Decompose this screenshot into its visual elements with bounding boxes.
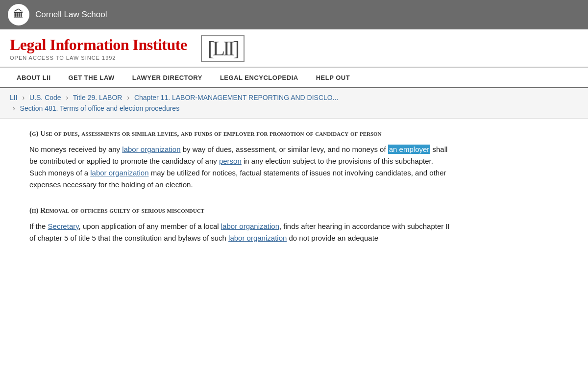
breadcrumb-section481[interactable]: Section 481. Terms of office and electio… xyxy=(20,104,180,112)
link-labor-org-3[interactable]: labor organization xyxy=(221,222,279,230)
breadcrumb-lii[interactable]: LII xyxy=(10,94,18,101)
section-g-heading: (g) Use of dues, assessments or similar … xyxy=(29,128,451,139)
breadcrumb-uscode[interactable]: U.S. Code xyxy=(29,94,61,101)
nav-about-lii[interactable]: ABOUT LII xyxy=(8,68,60,87)
breadcrumb: LII › U.S. Code › Title 29. LABOR › Chap… xyxy=(0,88,588,119)
nav-help-out[interactable]: HELP OUT xyxy=(307,68,359,87)
cornell-seal-icon: 🏛 xyxy=(8,4,29,25)
breadcrumb-sep-2: › xyxy=(66,94,69,101)
section-g-body: No moneys received by any labor organiza… xyxy=(29,144,451,191)
section-g: (g) Use of dues, assessments or similar … xyxy=(29,128,451,191)
breadcrumb-title29[interactable]: Title 29. LABOR xyxy=(73,94,122,101)
breadcrumb-sep-4: › xyxy=(13,104,15,112)
lii-title-block: Legal Information Institute OPEN ACCESS … xyxy=(10,36,187,60)
link-person[interactable]: person xyxy=(219,157,242,165)
lii-title: Legal Information Institute xyxy=(10,36,187,53)
cornell-school-name: Cornell Law School xyxy=(35,10,107,20)
link-labor-org-2[interactable]: labor organization xyxy=(90,169,148,177)
section-h-heading: (h) Removal of officers guilty of seriou… xyxy=(29,205,451,216)
main-content: (g) Use of dues, assessments or similar … xyxy=(0,119,470,271)
nav-legal-encyclopedia[interactable]: LEGAL ENCYCLOPEDIA xyxy=(211,68,307,87)
breadcrumb-sep-3: › xyxy=(127,94,129,101)
nav-get-the-law[interactable]: GET THE LAW xyxy=(60,68,123,87)
link-secretary[interactable]: Secretary xyxy=(48,222,79,230)
lii-subtitle: OPEN ACCESS TO LAW SINCE 1992 xyxy=(10,55,187,61)
nav-lawyer-directory[interactable]: LAWYER DIRECTORY xyxy=(123,68,211,87)
lii-logo: [LII] xyxy=(201,35,245,62)
section-h-body: If the Secretary, upon application of an… xyxy=(29,221,451,244)
lii-header: Legal Information Institute OPEN ACCESS … xyxy=(0,29,588,68)
section-h: (h) Removal of officers guilty of seriou… xyxy=(29,205,451,244)
cornell-header-bar: 🏛 Cornell Law School xyxy=(0,0,588,29)
breadcrumb-chapter11[interactable]: Chapter 11. LABOR-MANAGEMENT REPORTING A… xyxy=(134,94,338,101)
highlighted-employer: an employer xyxy=(388,145,431,154)
main-nav: ABOUT LII GET THE LAW LAWYER DIRECTORY L… xyxy=(0,68,588,88)
link-labor-org-1[interactable]: labor organization xyxy=(122,145,180,153)
breadcrumb-sep-1: › xyxy=(22,94,24,101)
link-labor-org-4[interactable]: labor organization xyxy=(228,234,287,242)
